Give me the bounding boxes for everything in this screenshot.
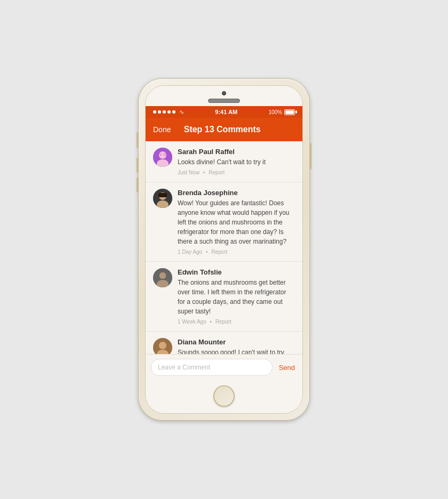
signal-dot-2	[158, 110, 161, 114]
comment-item: Brenda Josephine Wow! Your guides are fa…	[146, 182, 302, 262]
comment-text: Sounds soooo good! I can't wait to try t…	[178, 348, 295, 354]
phone-top-hardware	[146, 86, 302, 106]
front-camera	[222, 91, 226, 95]
avatar-diana-img	[153, 338, 172, 354]
comment-meta: 1 Week Ago • Report	[178, 319, 295, 325]
signal-dot-1	[153, 110, 156, 114]
comment-author: Sarah Paul Raffel	[178, 148, 295, 156]
navigation-bar: Done Step 13 Comments	[146, 118, 302, 141]
comment-body: Sarah Paul Raffel Looks divine! Can't wa…	[178, 148, 295, 175]
done-button[interactable]: Done	[153, 125, 171, 134]
avatar-brenda-img	[153, 189, 172, 208]
avatar	[153, 189, 172, 208]
comment-time: Just Now	[178, 170, 199, 175]
comment-item: Edwin Tofslie The onions and mushrooms g…	[146, 262, 302, 332]
battery-icon	[284, 109, 295, 115]
comment-text: Looks divine! Can't wait to try it	[178, 157, 295, 167]
meta-dot: •	[203, 170, 205, 175]
avatar	[153, 148, 172, 167]
comment-author: Edwin Tofslie	[178, 268, 295, 276]
meta-dot: •	[210, 319, 212, 325]
signal-dot-5	[172, 110, 175, 114]
status-bar: ∿ 9:41 AM 100%	[146, 106, 302, 118]
comment-item: Diana Mounter Sounds soooo good! I can't…	[146, 332, 302, 354]
comment-body: Brenda Josephine Wow! Your guides are fa…	[178, 189, 295, 255]
status-right: 100%	[268, 109, 295, 115]
battery-percentage: 100%	[268, 109, 282, 115]
home-button[interactable]	[213, 385, 235, 407]
send-button[interactable]: Send	[277, 364, 297, 372]
svg-point-3	[159, 154, 162, 156]
earpiece-speaker	[208, 99, 240, 103]
comment-item: Sarah Paul Raffel Looks divine! Can't wa…	[146, 141, 302, 182]
signal-dot-4	[167, 110, 171, 114]
meta-dot: •	[206, 249, 208, 255]
comment-author: Brenda Josephine	[178, 189, 295, 197]
svg-rect-8	[158, 193, 167, 197]
signal-dot-3	[163, 110, 166, 114]
report-link[interactable]: Report	[211, 249, 227, 255]
comment-text: The onions and mushrooms get better over…	[178, 278, 295, 316]
report-link[interactable]: Report	[215, 319, 231, 325]
comment-time: 1 Week Ago	[178, 319, 206, 325]
battery-fill	[285, 110, 294, 114]
comment-text: Wow! Your guides are fantastic! Does any…	[178, 198, 295, 246]
phone-device: ∿ 9:41 AM 100% Done Step 13 Comments	[139, 79, 309, 420]
comments-list: Sarah Paul Raffel Looks divine! Can't wa…	[146, 141, 302, 354]
comment-meta: 1 Day Ago • Report	[178, 249, 295, 255]
comment-body: Edwin Tofslie The onions and mushrooms g…	[178, 268, 295, 325]
phone-bottom-hardware	[146, 380, 302, 413]
comment-body: Diana Mounter Sounds soooo good! I can't…	[178, 338, 295, 354]
comment-meta: Just Now • Report	[178, 170, 295, 175]
volume-down-button	[137, 178, 139, 192]
phone-screen: ∿ 9:41 AM 100% Done Step 13 Comments	[145, 85, 303, 414]
report-link[interactable]: Report	[209, 170, 225, 175]
comment-time: 1 Day Ago	[178, 249, 202, 255]
comment-author: Diana Mounter	[178, 338, 295, 346]
avatar	[153, 338, 172, 354]
avatar-edwin-img	[153, 268, 172, 287]
volume-up-button	[137, 158, 139, 173]
svg-point-14	[159, 342, 166, 349]
signal-strength: ∿	[153, 109, 184, 116]
status-time: 9:41 AM	[215, 109, 237, 115]
comment-input[interactable]	[151, 359, 273, 376]
avatar-sarah-img	[153, 148, 172, 167]
avatar	[153, 268, 172, 287]
comment-input-bar: Send	[146, 354, 302, 380]
nav-title: Step 13 Comments	[171, 125, 274, 134]
svg-point-4	[164, 154, 166, 156]
wifi-icon: ∿	[179, 109, 184, 116]
